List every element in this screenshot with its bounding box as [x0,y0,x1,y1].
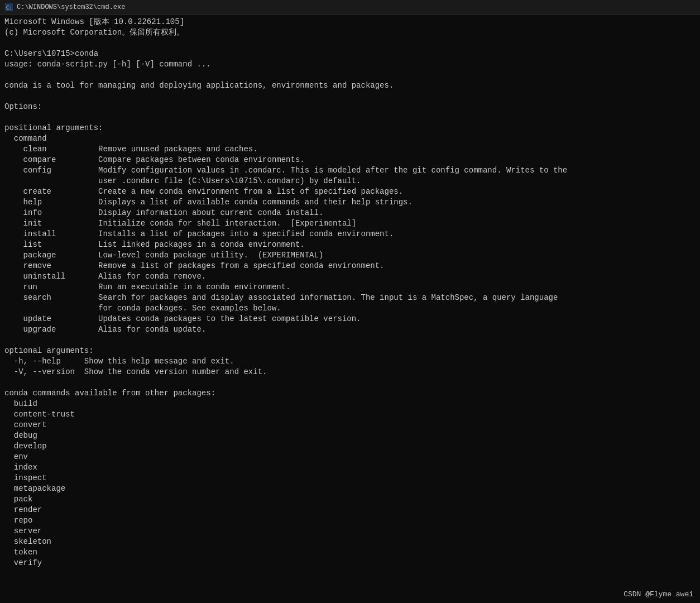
terminal-line: update Updates conda packages to the lat… [4,314,696,324]
terminal-line: develop [4,441,696,452]
terminal-line: config Modify configuration values in .c… [4,165,696,176]
terminal-line: clean Remove unused packages and caches. [4,144,696,155]
terminal-line: server [4,526,696,537]
terminal-line: command [4,133,696,144]
svg-text:C:: C: [6,5,12,11]
window-title: C:\WINDOWS\system32\cmd.exe [17,3,125,11]
terminal-line: C:\Users\10715>conda [4,49,696,59]
terminal-line: info Display information about current c… [4,208,696,218]
terminal-line: -V, --version Show the conda version num… [4,367,696,377]
terminal-line: inspect [4,473,696,484]
terminal-body: Microsoft Windows [版本 10.0.22621.105](c)… [0,15,700,603]
watermark: CSDN @Flyme awei [624,590,693,599]
terminal-line: pack [4,494,696,505]
terminal-line: usage: conda-script.py [-h] [-V] command… [4,59,696,70]
terminal-line: list List linked packages in a conda env… [4,240,696,250]
terminal-line: token [4,547,696,558]
terminal-line: build [4,399,696,409]
terminal-line: user .condarc file (C:\Users\10715\.cond… [4,176,696,186]
terminal-line: env [4,452,696,462]
terminal-line: run Run an executable in a conda environ… [4,282,696,293]
terminal-line: content-trust [4,409,696,420]
terminal-line: package Low-level conda package utility.… [4,250,696,261]
terminal-line: optional arguments: [4,346,696,356]
cmd-icon: C: [4,3,13,12]
terminal-line: positional arguments: [4,123,696,133]
terminal-line: metapackage [4,484,696,494]
terminal-line [4,335,696,346]
terminal-line: skeleton [4,537,696,547]
terminal-line: remove Remove a list of packages from a … [4,261,696,271]
title-bar: C: C:\WINDOWS\system32\cmd.exe [0,0,700,15]
terminal-line [4,38,696,49]
terminal-line: repo [4,515,696,526]
terminal-line: (c) Microsoft Corporation。保留所有权利。 [4,27,696,38]
terminal-line: Microsoft Windows [版本 10.0.22621.105] [4,17,696,27]
terminal-line: render [4,505,696,515]
terminal-line [4,70,696,80]
terminal-line: for conda packages. See examples below. [4,303,696,314]
terminal-line [4,91,696,102]
terminal-line: verify [4,558,696,568]
terminal-line: Options: [4,102,696,112]
terminal-line [4,112,696,123]
terminal-line: init Initialize conda for shell interact… [4,218,696,229]
terminal-line: install Installs a list of packages into… [4,229,696,240]
terminal-line: convert [4,420,696,430]
terminal-line: search Search for packages and display a… [4,293,696,303]
terminal-line: compare Compare packages between conda e… [4,155,696,165]
terminal-line: create Create a new conda environment fr… [4,186,696,197]
terminal-line: -h, --help Show this help message and ex… [4,356,696,367]
terminal-line [4,377,696,388]
terminal-line: help Displays a list of available conda … [4,197,696,208]
terminal-line: index [4,462,696,473]
terminal-line: conda is a tool for managing and deployi… [4,80,696,91]
terminal-line: uninstall Alias for conda remove. [4,271,696,282]
terminal-line: debug [4,430,696,441]
terminal-line: upgrade Alias for conda update. [4,324,696,335]
terminal-line: conda commands available from other pack… [4,388,696,399]
